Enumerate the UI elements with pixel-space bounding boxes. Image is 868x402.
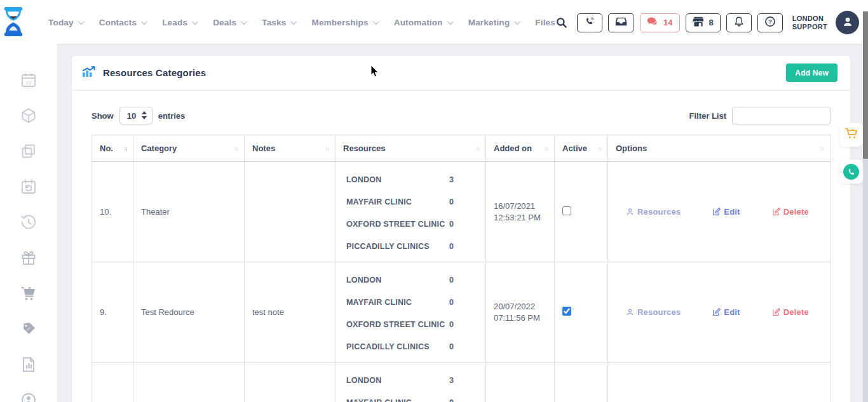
menu-item-contacts[interactable]: Contacts — [99, 18, 146, 27]
cell-options: Resources Edit Delete — [608, 162, 831, 262]
report-icon[interactable] — [20, 356, 37, 373]
show-label: Show — [92, 111, 114, 121]
cell-active — [555, 363, 608, 402]
chevron-down-icon — [514, 18, 520, 25]
column-header-added-on[interactable]: Added on↑↓ — [486, 135, 555, 162]
menu-item-marketing[interactable]: Marketing — [468, 18, 519, 27]
column-header-category[interactable]: Category↑↓ — [133, 135, 245, 162]
user-badge-icon[interactable] — [20, 392, 37, 402]
resources-link[interactable]: Resources — [626, 207, 681, 217]
menu-item-tasks[interactable]: Tasks — [262, 18, 295, 27]
column-header-resources[interactable]: Resources↑↓ — [336, 135, 486, 162]
inbox-icon — [615, 17, 627, 29]
cell-resources: LONDON3 MAYFAIR CLINIC0 — [336, 363, 486, 402]
chart-growth-icon — [82, 66, 96, 80]
store-button[interactable]: 8 — [686, 13, 721, 32]
history-icon[interactable] — [20, 214, 37, 231]
edit-link[interactable]: Edit — [712, 207, 740, 217]
menu-item-memberships[interactable]: Memberships — [311, 18, 377, 27]
filter-list-input[interactable] — [732, 107, 831, 124]
floating-phone-button[interactable] — [839, 159, 863, 184]
chat-count-badge: 14 — [663, 18, 672, 27]
phone-icon — [585, 17, 595, 29]
copy-icon[interactable] — [20, 143, 37, 159]
active-checkbox[interactable] — [562, 307, 571, 316]
edit-icon — [712, 308, 721, 316]
sort-icon: ↑↓ — [234, 145, 238, 152]
menu-item-deals[interactable]: Deals — [213, 18, 245, 27]
help-button[interactable]: ? — [757, 13, 783, 32]
entries-label: entries — [158, 111, 186, 121]
add-new-button[interactable]: Add New — [786, 64, 837, 82]
column-header-active[interactable]: Active↑↓ — [555, 135, 608, 162]
delete-icon — [772, 208, 780, 216]
active-checkbox[interactable] — [562, 206, 571, 215]
person-icon — [841, 15, 854, 30]
search-icon[interactable] — [555, 17, 567, 29]
top-navbar: Today Contacts Leads Deals Tasks Members… — [0, 0, 868, 45]
filter-list-label: Filter List — [689, 111, 726, 121]
column-header-options[interactable]: Options↑↓ — [608, 135, 831, 162]
menu-item-today[interactable]: Today — [48, 18, 83, 27]
cell-added-on: 16/07/2021 12:53:21 PM — [486, 162, 555, 262]
sort-icon: ↑↓ — [544, 145, 548, 152]
page-title: Resources Categories — [103, 67, 206, 78]
sort-icon: ↑↓ — [597, 145, 601, 152]
delete-link[interactable]: Delete — [772, 307, 809, 317]
chat-button[interactable]: 14 — [640, 13, 679, 32]
edit-link[interactable]: Edit — [712, 307, 740, 317]
gift-icon[interactable] — [20, 250, 37, 266]
delete-link[interactable]: Delete — [772, 207, 809, 217]
resources-categories-card: Resources Categories Add New Show 10 ent… — [72, 56, 850, 402]
spinner-arrows-icon — [142, 111, 147, 119]
user-name-label: LONDON SUPPORT — [792, 15, 827, 31]
main-menu: Today Contacts Leads Deals Tasks Members… — [48, 18, 555, 27]
calendar-icon[interactable]: 12 — [20, 72, 37, 88]
table-header-row: No.↑↓ Category↑↓ Notes↑↓ Resources↑↓ Add… — [92, 135, 831, 162]
column-header-no[interactable]: No.↑↓ — [92, 135, 133, 162]
store-icon — [693, 17, 705, 29]
sort-icon: ↑↓ — [325, 145, 329, 152]
delete-icon — [772, 308, 780, 316]
table-row: 9. Test Redource test note LONDON0 MAYFA… — [92, 262, 831, 363]
cell-added-on — [486, 363, 555, 402]
menu-item-automation[interactable]: Automation — [394, 18, 452, 27]
sort-icon: ↑↓ — [475, 145, 479, 152]
left-sidebar: 12 — [0, 45, 57, 402]
scrollbar-thumb[interactable] — [863, 11, 868, 159]
hourglass-logo-icon — [0, 6, 27, 39]
inbox-button[interactable] — [608, 13, 634, 32]
package-icon[interactable] — [20, 107, 37, 124]
main-content: Resources Categories Add New Show 10 ent… — [57, 45, 868, 402]
cart-icon[interactable] — [20, 285, 37, 302]
cell-notes — [245, 363, 336, 402]
chevron-down-icon — [141, 18, 147, 25]
dialer-button[interactable] — [577, 13, 602, 32]
resources-categories-table: No.↑↓ Category↑↓ Notes↑↓ Resources↑↓ Add… — [92, 135, 831, 402]
store-count-badge: 8 — [709, 18, 714, 27]
menu-item-leads[interactable]: Leads — [162, 18, 196, 27]
tag-icon[interactable] — [20, 321, 37, 337]
chevron-down-icon — [373, 18, 379, 25]
phone-circle-icon — [843, 164, 859, 180]
page-size-select[interactable]: 10 — [119, 107, 153, 124]
cell-options: Resources Edit Delete — [608, 262, 831, 363]
app-logo[interactable] — [0, 6, 27, 39]
cell-no: 10. — [92, 162, 133, 262]
user-avatar[interactable] — [836, 11, 859, 34]
menu-item-files[interactable]: Files — [535, 18, 555, 27]
column-header-notes[interactable]: Notes↑↓ — [245, 135, 336, 162]
cell-category — [133, 363, 245, 402]
resources-link[interactable]: Resources — [626, 307, 681, 317]
navbar-actions: 14 8 ? LONDON SUPPORT — [555, 11, 868, 34]
cell-added-on: 20/07/2022 07:11:56 PM — [486, 262, 555, 363]
sort-icon: ↑↓ — [123, 145, 126, 152]
floating-cart-button[interactable] — [839, 123, 863, 147]
chevron-down-icon — [241, 18, 247, 25]
notifications-button[interactable] — [726, 13, 752, 32]
cell-active — [555, 162, 608, 262]
cell-active — [555, 262, 608, 363]
calendar-sync-icon[interactable] — [20, 178, 37, 195]
calendar-day-number: 12 — [26, 80, 32, 86]
chevron-down-icon — [447, 18, 454, 25]
